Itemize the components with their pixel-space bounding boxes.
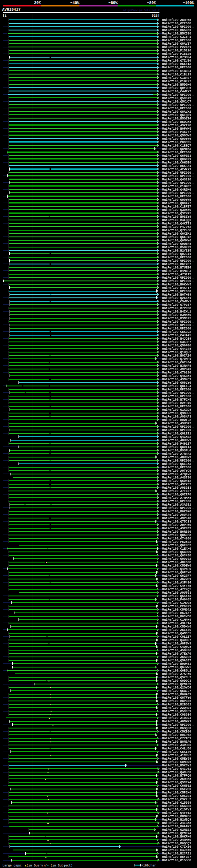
svg-text:UniRef100_C3ZTF1: UniRef100_C3ZTF1 xyxy=(162,35,192,39)
svg-text:UniRef100_Q3TKR5: UniRef100_Q3TKR5 xyxy=(162,212,192,215)
svg-text:UniRef100_B0Z9K8: UniRef100_B0Z9K8 xyxy=(162,510,192,513)
svg-text:UniRef100_B6KPK0: UniRef100_B6KPK0 xyxy=(162,835,192,838)
svg-text:UniRef100_A8UA44: UniRef100_A8UA44 xyxy=(162,513,192,517)
svg-text:UniRef100_B2WIQ9: UniRef100_B2WIQ9 xyxy=(162,818,192,822)
svg-text:UniRef100_Q8ITA8: UniRef100_Q8ITA8 xyxy=(162,493,192,496)
svg-text:UniRef100_C0NRD6: UniRef100_C0NRD6 xyxy=(162,761,192,764)
svg-text:UniRef100_B3RNF8: UniRef100_B3RNF8 xyxy=(162,364,192,368)
svg-text:UniRef100_A7APX9: UniRef100_A7APX9 xyxy=(162,673,192,676)
svg-text:=100char.: =100char. xyxy=(141,864,158,867)
svg-text:UniRef100_Q1XGD8: UniRef100_Q1XGD8 xyxy=(162,408,192,412)
svg-text:UniRef100_UPI000..: UniRef100_UPI000.. xyxy=(162,39,195,42)
svg-text:UniRef100_Q4FWT2: UniRef100_Q4FWT2 xyxy=(162,811,192,815)
svg-text:UniRef100_A3F4S4: UniRef100_A3F4S4 xyxy=(162,581,192,584)
svg-text:UniRef100_O15589: UniRef100_O15589 xyxy=(162,801,192,805)
svg-text:UniRef100_Q0GN71: UniRef100_Q0GN71 xyxy=(162,158,192,161)
svg-text:UniRef100_B5YLN7: UniRef100_B5YLN7 xyxy=(162,856,192,859)
svg-text:UniRef100_Q00V92: UniRef100_Q00V92 xyxy=(162,557,192,561)
svg-text:UniRef100_UPI000..: UniRef100_UPI000.. xyxy=(162,175,195,178)
svg-text:UniRef100_B9SFU0: UniRef100_B9SFU0 xyxy=(162,449,192,452)
svg-text:UniRef100_A9ZT78: UniRef100_A9ZT78 xyxy=(162,124,192,127)
svg-text:UniRef100_Q627R7: UniRef100_Q627R7 xyxy=(162,574,192,578)
svg-text:UniRef100_A9UT63: UniRef100_A9UT63 xyxy=(162,591,192,595)
svg-text:UniRef100_B5XGY2: UniRef100_B5XGY2 xyxy=(162,764,192,767)
svg-text:UniRef100_O65353: UniRef100_O65353 xyxy=(162,29,192,32)
svg-text:UniRef100_B9WK63: UniRef100_B9WK63 xyxy=(162,662,192,666)
svg-text:UniRef100_Q5EY89: UniRef100_Q5EY89 xyxy=(162,757,192,761)
svg-text:UniRef100_C1GPV3: UniRef100_C1GPV3 xyxy=(162,808,192,811)
svg-text:UniRef100_UPI000..: UniRef100_UPI000.. xyxy=(162,276,195,280)
svg-text:UniRef100_A8PSW9: UniRef100_A8PSW9 xyxy=(162,642,192,645)
svg-text:UniRef100_B4IKU1: UniRef100_B4IKU1 xyxy=(162,310,192,313)
svg-text:UniRef100_B6AAM9: UniRef100_B6AAM9 xyxy=(162,825,192,828)
svg-text:UniRef100_Q7PL68: UniRef100_Q7PL68 xyxy=(162,229,192,232)
svg-text:UniRef100_Q8MTM3: UniRef100_Q8MTM3 xyxy=(162,148,192,151)
svg-text:UniRef100_Q2N1B3: UniRef100_Q2N1B3 xyxy=(162,828,192,832)
svg-text:UniRef100_B5X413: UniRef100_B5X413 xyxy=(162,63,192,66)
svg-text:UniRef100_B0CYD8: UniRef100_B0CYD8 xyxy=(162,615,192,618)
svg-text:UniRef100_Q8L4L4: UniRef100_Q8L4L4 xyxy=(162,384,192,388)
svg-text:UniRef100_P49227: UniRef100_P49227 xyxy=(162,442,192,445)
svg-text:UniRef100_Q5BEL7: UniRef100_Q5BEL7 xyxy=(162,689,192,693)
svg-text:UniRef100_B6H4Z3: UniRef100_B6H4Z3 xyxy=(162,693,192,696)
svg-text:UniRef100_A9PB43: UniRef100_A9PB43 xyxy=(162,368,192,371)
svg-text:UniRef100_P22451: UniRef100_P22451 xyxy=(162,45,192,49)
svg-text:UniRef100_Q3U850: UniRef100_Q3U850 xyxy=(162,209,192,212)
svg-text:UniRef100_A5E640: UniRef100_A5E640 xyxy=(162,628,192,632)
svg-text:UniRef100_Q90YW6: UniRef100_Q90YW6 xyxy=(162,137,192,141)
svg-text:UniRef100_C1MPK4: UniRef100_C1MPK4 xyxy=(162,618,192,622)
svg-text:UniRef100_A7R4R2: UniRef100_A7R4R2 xyxy=(162,452,192,456)
svg-text:UniRef100_C1BF77: UniRef100_C1BF77 xyxy=(162,80,192,83)
svg-text:UniRef100_C7YTC1: UniRef100_C7YTC1 xyxy=(162,737,192,740)
svg-text:UniRef100_B9IAZ4: UniRef100_B9IAZ4 xyxy=(162,354,192,358)
svg-text:UniRef100_A7RMX8: UniRef100_A7RMX8 xyxy=(162,496,192,500)
svg-text:UniRef100_A9PBZ9: UniRef100_A9PBZ9 xyxy=(162,527,192,530)
svg-text:UniRef100_C4JNX0: UniRef100_C4JNX0 xyxy=(162,848,192,852)
svg-text:UniRef100_P15126: UniRef100_P15126 xyxy=(162,49,192,52)
svg-text:UniRef100_Q38HU5: UniRef100_Q38HU5 xyxy=(162,412,192,415)
svg-text:UniRef100_C0L2Z7: UniRef100_C0L2Z7 xyxy=(162,635,192,639)
svg-text:UniRef100_A1D2D4: UniRef100_A1D2D4 xyxy=(162,716,192,720)
svg-text:UniRef100_A4RHG5: UniRef100_A4RHG5 xyxy=(162,744,192,747)
svg-text:UniRef100_C1BEQ7: UniRef100_C1BEQ7 xyxy=(162,144,192,148)
svg-text:UniRef100_O44248: UniRef100_O44248 xyxy=(162,347,192,351)
svg-text:UniRef100_O74306: UniRef100_O74306 xyxy=(162,537,192,540)
svg-text:UniRef100_Q4P5H9: UniRef100_Q4P5H9 xyxy=(162,567,192,571)
svg-text:UniRef100_B3N025: UniRef100_B3N025 xyxy=(162,317,192,320)
svg-text:UniRef100_B2YHY0: UniRef100_B2YHY0 xyxy=(162,402,192,405)
svg-text:UniRef100_Q5XUC7: UniRef100_Q5XUC7 xyxy=(162,100,192,103)
svg-text:UniRef100_B7UEB4: UniRef100_B7UEB4 xyxy=(162,266,192,270)
svg-text:UniRef100_Q5CPX4: UniRef100_Q5CPX4 xyxy=(162,781,192,784)
svg-text:UniRef100_C5KI46: UniRef100_C5KI46 xyxy=(162,750,192,754)
svg-text:UniRef100_C6TL04: UniRef100_C6TL04 xyxy=(162,361,192,364)
svg-text:UniRef100_Q6XHY2: UniRef100_Q6XHY2 xyxy=(162,236,192,239)
svg-text:UniRef100_Q801I4: UniRef100_Q801I4 xyxy=(162,445,192,449)
svg-text:UniRef100_UPI000..: UniRef100_UPI000.. xyxy=(162,320,195,323)
svg-text:UniRef100_C4Y475: UniRef100_C4Y475 xyxy=(162,584,192,588)
svg-text:UniRef100_UPI000..: UniRef100_UPI000.. xyxy=(162,171,195,175)
svg-text:UniRef100_B0WTL2: UniRef100_B0WTL2 xyxy=(162,418,192,422)
svg-text:UniRef100_Q70MP1: UniRef100_Q70MP1 xyxy=(162,358,192,361)
svg-text:UniRef100_C1BFI7: UniRef100_C1BFI7 xyxy=(162,205,192,209)
svg-text:UniRef100_UPI000..: UniRef100_UPI000.. xyxy=(162,323,195,327)
svg-text:UniRef100_Q2N159: UniRef100_Q2N159 xyxy=(162,683,192,686)
svg-text:UniRef100_C1BLC4: UniRef100_C1BLC4 xyxy=(162,70,192,73)
svg-text:UniRef100_A8U9N9: UniRef100_A8U9N9 xyxy=(162,456,192,459)
svg-text:UniRef100_P47962: UniRef100_P47962 xyxy=(162,225,192,229)
svg-text:523|: 523| xyxy=(152,14,160,18)
svg-text:UniRef100_Q6EE83: UniRef100_Q6EE83 xyxy=(162,463,192,466)
svg-text:UniRef100_P52822: UniRef100_P52822 xyxy=(162,540,192,544)
svg-text:UniRef100_C5MG42: UniRef100_C5MG42 xyxy=(162,608,192,612)
svg-text:UniRef100_UPI000..: UniRef100_UPI000.. xyxy=(162,191,195,195)
svg-text:UniRef100_B4JQ19: UniRef100_B4JQ19 xyxy=(162,337,192,341)
svg-text:UniRef100_B6THG9: UniRef100_B6THG9 xyxy=(162,293,192,297)
svg-text:UniRef100_Q4R5M0: UniRef100_Q4R5M0 xyxy=(162,188,192,191)
svg-text:UniRef100_C4JA45: UniRef100_C4JA45 xyxy=(162,334,192,337)
svg-text:UniRef100_C1BFB7: UniRef100_C1BFB7 xyxy=(162,76,192,80)
svg-text:UniRef100_A2QRE4: UniRef100_A2QRE4 xyxy=(162,706,192,710)
svg-text:UniRef100_A3A0I1: UniRef100_A3A0I1 xyxy=(162,503,192,506)
svg-text:UniRef100_Q6FJY0: UniRef100_Q6FJY0 xyxy=(162,571,192,574)
svg-text:UniRef100_A9PFA8: UniRef100_A9PFA8 xyxy=(162,517,192,520)
svg-text:UniRef100_Q0JGY1: UniRef100_Q0JGY1 xyxy=(162,252,192,256)
svg-text:UniRef100_C5GCB5: UniRef100_C5GCB5 xyxy=(162,805,192,808)
